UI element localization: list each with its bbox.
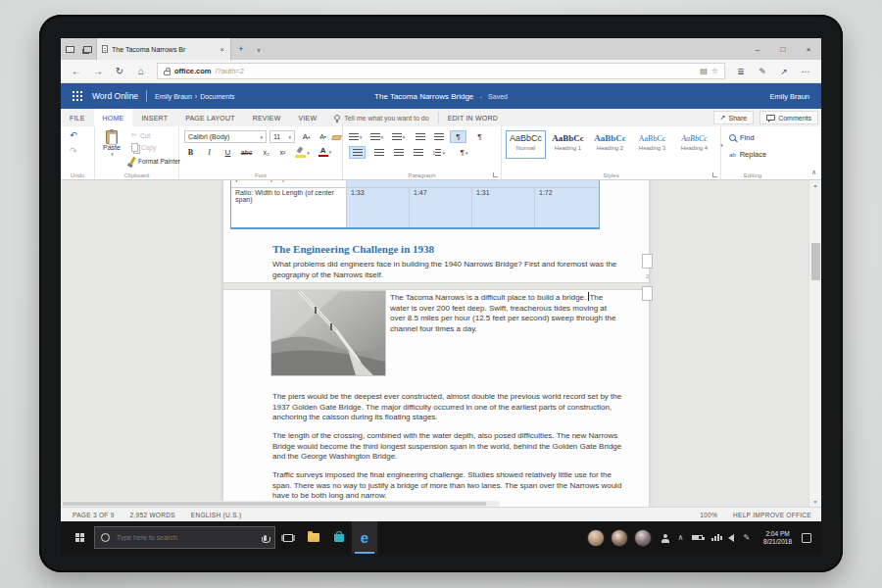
underline-button[interactable]: U — [220, 146, 236, 159]
show-marks-button[interactable]: ¶▾ — [456, 146, 472, 159]
account-name[interactable]: Emily Braun — [770, 92, 809, 101]
forward-icon[interactable]: → — [88, 63, 108, 80]
reading-view-icon[interactable]: ▤ — [700, 67, 708, 75]
styles-dialog-launcher-icon[interactable] — [712, 172, 717, 177]
subscript-button[interactable]: x₂ — [258, 146, 274, 159]
edit-in-word-button[interactable]: EDIT IN WORD — [439, 109, 507, 126]
decrease-indent-button[interactable] — [412, 130, 428, 143]
tab-insert[interactable]: INSERT — [132, 109, 176, 126]
app-name[interactable]: Word Online — [92, 91, 138, 101]
contact-avatar[interactable] — [587, 529, 605, 547]
comments-button[interactable]: Comments — [760, 111, 818, 124]
format-painter-button[interactable]: Format Painter — [131, 157, 180, 165]
style-heading-2[interactable]: AaBbCc Heading 2 — [590, 130, 630, 159]
people-icon[interactable] — [662, 534, 669, 542]
battery-icon[interactable] — [692, 535, 703, 540]
paragraph-piers[interactable]: The piers would be the deepest ever cons… — [272, 392, 625, 423]
document-page[interactable]: (of center Span) Ratio: Width to Length … — [223, 180, 649, 507]
margin-marker[interactable] — [642, 286, 653, 301]
document-table[interactable]: (of center Span) Ratio: Width to Length … — [230, 180, 600, 229]
grow-font-button[interactable]: A▴ — [298, 130, 315, 143]
browser-tab[interactable]: The Tacoma Narrows Br × — [96, 38, 231, 60]
search-input[interactable] — [115, 533, 259, 542]
edge-browser-button[interactable]: e — [352, 521, 377, 554]
margin-marker[interactable] — [642, 254, 653, 269]
style-normal[interactable]: AaBbCc Normal — [506, 130, 546, 159]
table-value-cell[interactable]: 1:47 — [410, 188, 472, 227]
style-heading-3[interactable]: AaBbCc Heading 3 — [632, 130, 672, 159]
replace-button[interactable]: ab Replace — [729, 150, 766, 159]
set-tabs-aside-icon[interactable] — [61, 38, 78, 60]
breadcrumb-user[interactable]: Emily Braun — [155, 93, 192, 100]
back-icon[interactable]: ← — [67, 63, 86, 80]
paragraph-beside-image[interactable]: The Tacoma Narrows is a difficult place … — [390, 292, 621, 334]
tab-close-icon[interactable]: × — [219, 45, 225, 54]
find-button[interactable]: Find — [729, 133, 755, 142]
language-indicator[interactable]: ENGLISH (U.S.) — [191, 512, 242, 518]
tab-home[interactable]: HOME — [94, 109, 133, 126]
refresh-icon[interactable]: ↻ — [110, 63, 129, 80]
cut-button[interactable]: ✂ Cut — [131, 131, 150, 139]
paragraph-traffic[interactable]: Traffic surveys imposed the final engine… — [272, 470, 625, 502]
paragraph-dialog-launcher-icon[interactable] — [493, 172, 498, 177]
italic-button[interactable]: I — [201, 146, 218, 159]
table-value-cell[interactable]: 1:72 — [535, 188, 599, 227]
word-count[interactable]: 2,952 WORDS — [130, 512, 175, 518]
tab-list-chevron-icon[interactable]: ∨ — [251, 38, 267, 60]
share-button[interactable]: ↗ Share — [713, 111, 755, 124]
section-heading[interactable]: The Engineering Challenge in 1938 — [272, 243, 434, 255]
microphone-icon[interactable] — [264, 535, 267, 541]
start-button[interactable] — [67, 521, 92, 554]
horizontal-scrollbar-thumb[interactable] — [63, 502, 486, 506]
font-color-button[interactable]: A▾ — [317, 145, 333, 158]
tab-review[interactable]: REVIEW — [244, 109, 290, 126]
align-left-button[interactable] — [349, 146, 366, 159]
taskbar-clock[interactable]: 2:04 PM 8/21/2018 — [763, 530, 792, 546]
copy-button[interactable]: Copy — [131, 143, 156, 152]
tell-me-box[interactable]: Tell me what you want to do — [325, 109, 437, 126]
speaker-icon[interactable] — [728, 534, 734, 542]
scrollbar-thumb[interactable] — [811, 243, 820, 280]
zoom-level[interactable]: 100% — [700, 512, 717, 518]
superscript-button[interactable]: x² — [274, 146, 291, 159]
paste-button[interactable]: Paste ▾ — [103, 130, 121, 157]
favorite-star-icon[interactable]: ☆ — [711, 67, 718, 75]
minimize-button[interactable]: – — [745, 38, 770, 60]
annotate-pen-icon[interactable]: ✎ — [753, 63, 772, 80]
app-launcher-icon[interactable] — [73, 91, 82, 101]
pen-settings-icon[interactable]: ✎ — [743, 534, 750, 542]
more-menu-icon[interactable]: ⋯ — [796, 63, 815, 80]
scroll-up-icon[interactable]: ▲ — [809, 182, 821, 188]
vertical-scrollbar[interactable]: ▲ ▼ — [808, 180, 821, 507]
collapse-ribbon-icon[interactable]: ∧ — [811, 169, 816, 176]
numbering-button[interactable]: ▾ — [368, 130, 385, 143]
hidden-icons-chevron[interactable]: ∧ — [678, 534, 684, 542]
contact-avatar[interactable] — [634, 529, 652, 547]
task-view-button[interactable] — [275, 521, 301, 554]
store-button[interactable] — [326, 521, 352, 554]
paragraph-crossing[interactable]: The length of the crossing, combined wit… — [272, 431, 625, 463]
action-center-icon[interactable] — [802, 533, 811, 543]
redo-button[interactable]: ↷ — [70, 146, 77, 156]
file-explorer-button[interactable] — [301, 521, 326, 554]
breadcrumb[interactable]: Emily Braun › Documents — [155, 93, 234, 100]
ltr-direction-button[interactable]: ¶ — [450, 130, 466, 143]
bullets-button[interactable]: ▾ — [347, 130, 364, 143]
font-size-select[interactable]: 11 ▾ — [270, 130, 295, 143]
table-cell-partial[interactable]: (of center Span) — [231, 180, 347, 187]
bridge-photo[interactable] — [271, 291, 385, 375]
font-family-select[interactable]: Calibri (Body) ▾ — [184, 130, 267, 143]
maximize-button[interactable]: □ — [770, 38, 796, 60]
align-right-button[interactable] — [390, 146, 407, 159]
tab-view[interactable]: VIEW — [290, 109, 326, 126]
taskbar-search-box[interactable] — [94, 526, 275, 549]
home-icon[interactable]: ⌂ — [131, 63, 151, 80]
bold-button[interactable]: B — [182, 146, 199, 159]
contact-avatar[interactable] — [611, 529, 628, 547]
help-improve-office-link[interactable]: HELP IMPROVE OFFICE — [733, 512, 811, 518]
line-spacing-button[interactable]: ↕▾ — [430, 146, 447, 159]
table-value-cell[interactable]: 1:33 — [347, 188, 410, 227]
close-button[interactable]: × — [796, 38, 821, 60]
share-icon[interactable]: ↗ — [774, 63, 794, 80]
style-heading-4[interactable]: AaBbCc Heading 4 — [674, 130, 714, 159]
